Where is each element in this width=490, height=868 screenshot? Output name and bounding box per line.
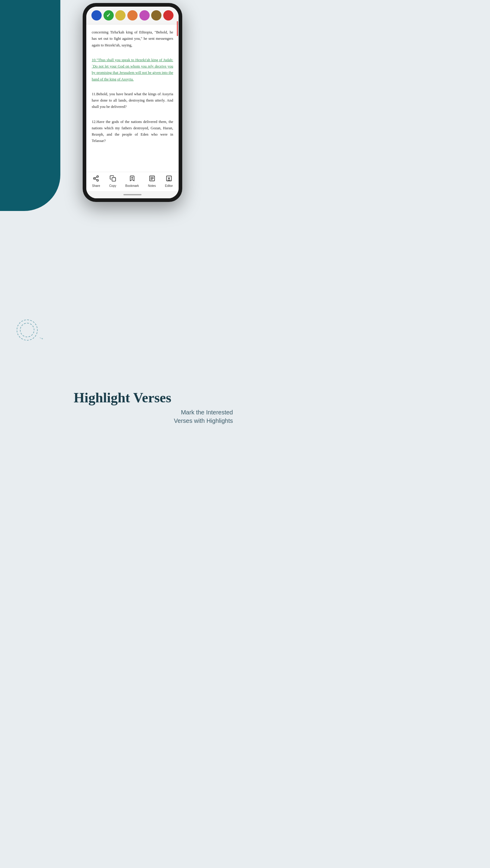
headline-title: Highlight Verses	[12, 390, 233, 406]
verse-12-number: 12.	[92, 120, 96, 124]
bookmark-label: Bookmark	[125, 184, 139, 187]
color-purple[interactable]	[139, 10, 150, 21]
editor-button[interactable]: Editor	[163, 175, 175, 188]
verse-11-text: Behold, you have heard what the kings of…	[92, 92, 173, 109]
home-bar	[123, 194, 142, 195]
editor-icon	[166, 175, 172, 183]
notes-label: Notes	[148, 184, 156, 187]
copy-label: Copy	[109, 184, 116, 187]
verse-11-number: 11.	[92, 92, 96, 96]
color-brown[interactable]	[151, 10, 162, 21]
notes-button[interactable]: Notes	[146, 175, 158, 188]
share-label: Share	[92, 184, 100, 187]
verse-10-number: 10.	[92, 58, 96, 62]
phone-screen: concerning Tirha'kah king of Ethiopia, "…	[86, 7, 179, 198]
arrow-icon: →	[37, 334, 46, 342]
phone-outer: concerning Tirha'kah king of Ethiopia, "…	[83, 3, 182, 202]
verse-block-12: 12.Have the gods of the nations delivere…	[89, 115, 176, 148]
copy-button[interactable]: Copy	[108, 175, 118, 188]
phone-wrapper: concerning Tirha'kah king of Ethiopia, "…	[83, 3, 182, 202]
verse-12-text: Have the gods of the nations delivered t…	[92, 120, 173, 143]
color-red[interactable]	[163, 10, 173, 21]
home-indicator	[86, 191, 179, 198]
svg-line-3	[95, 179, 97, 180]
notes-icon	[149, 175, 155, 183]
verse-10-text: "Thus shall you speak to Hezeki'ah king …	[92, 58, 173, 82]
color-yellow[interactable]	[115, 10, 125, 21]
verse-9-text: concerning Tirha'kah king of Ethiopia, "…	[92, 30, 173, 47]
bookmark-icon	[129, 175, 136, 183]
bottom-toolbar: Share Copy	[86, 172, 179, 191]
scripture-content[interactable]: concerning Tirha'kah king of Ethiopia, "…	[86, 24, 179, 172]
share-button[interactable]: Share	[90, 175, 102, 188]
verse-block-11: 11.Behold, you have heard what the kings…	[89, 87, 176, 114]
subtitle-line1: Mark the Interested	[181, 409, 233, 415]
headline-section: Highlight Verses Mark the Interested Ver…	[0, 390, 245, 425]
color-green[interactable]	[104, 10, 114, 21]
editor-label: Editor	[165, 184, 173, 187]
share-icon	[93, 175, 99, 183]
subtitle-line2: Verses with Highlights	[174, 417, 233, 424]
scroll-indicator	[177, 21, 178, 36]
svg-line-4	[95, 177, 97, 178]
verse-block-9: concerning Tirha'kah king of Ethiopia, "…	[89, 26, 176, 52]
headline-subtitle: Mark the Interested Verses with Highligh…	[12, 408, 233, 425]
color-orange[interactable]	[127, 10, 138, 21]
color-picker-row	[86, 7, 179, 24]
svg-rect-5	[112, 178, 116, 181]
verse-block-10: 10."Thus shall you speak to Hezeki'ah ki…	[89, 53, 176, 86]
copy-icon	[110, 175, 116, 183]
bg-teal-shape	[0, 0, 60, 211]
bookmark-button[interactable]: Bookmark	[123, 175, 141, 188]
dashed-circle-inner	[20, 323, 34, 337]
color-blue[interactable]	[91, 10, 102, 21]
